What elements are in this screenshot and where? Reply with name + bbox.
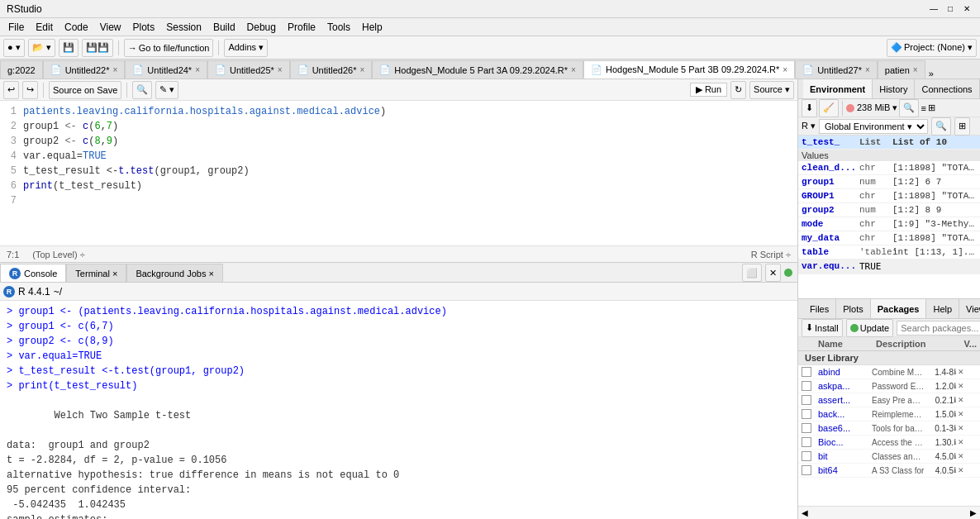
pkg-checkbox-bioc[interactable] [802, 437, 818, 447]
console-tab-background[interactable]: Background Jobs × [126, 264, 222, 282]
pkg-info-btn[interactable]: ℹ [954, 424, 956, 432]
menu-view[interactable]: View [95, 20, 126, 35]
env-object-row[interactable]: t_test_ List List of 10 [798, 136, 980, 150]
tab-untitled26[interactable]: 📄 Untitled26* × [290, 60, 373, 79]
pkg-name[interactable]: askpa... [818, 381, 872, 391]
scroll-right-btn[interactable]: ▶ [970, 508, 977, 517]
packages-search-input[interactable] [897, 321, 980, 336]
scroll-left-btn[interactable]: ◀ [802, 508, 808, 517]
env-list-btn[interactable]: ≡ [921, 103, 925, 113]
pkg-checkbox-base6[interactable] [802, 423, 818, 433]
console-close-button[interactable]: ✕ [765, 264, 781, 282]
pkg-info-btn[interactable]: ℹ [954, 466, 956, 474]
console-tab-console[interactable]: R Console [0, 264, 66, 282]
maximize-button[interactable]: □ [944, 2, 957, 16]
new-file-button[interactable]: ● ▾ [3, 39, 25, 57]
pkg-checkbox-bit[interactable] [802, 451, 818, 461]
console-content[interactable]: > group1 <- (patients.leaving.california… [0, 301, 797, 519]
pkg-checkbox-askpa[interactable] [802, 381, 818, 391]
pkg-delete-btn[interactable]: ✕ [958, 424, 964, 432]
pkg-name[interactable]: abind [818, 367, 872, 377]
pkg-delete-btn[interactable]: ✕ [958, 410, 964, 418]
env-var-varequal[interactable]: var.equ... TRUE [798, 260, 980, 274]
pkg-info-btn[interactable]: ℹ [954, 452, 956, 460]
console-maximize-button[interactable]: ⬜ [742, 264, 762, 282]
env-search-field-btn[interactable]: 🔍 [931, 117, 951, 136]
tab-patien[interactable]: patien × [878, 60, 925, 79]
tab-untitled25[interactable]: 📄 Untitled25* × [207, 60, 290, 79]
env-tab-history[interactable]: History [873, 79, 915, 98]
source-button[interactable]: Source ▾ [749, 81, 794, 99]
tab-hodges3a[interactable]: 📄 HodgesN_Module 5 Part 3A 09.29.2024.R*… [372, 60, 583, 79]
code-content[interactable]: patients.leaving.california.hospitals.ag… [23, 104, 794, 242]
more-tabs-button[interactable]: » [925, 69, 937, 79]
pkg-info-btn[interactable]: ℹ [954, 438, 956, 446]
pkg-delete-btn[interactable]: ✕ [958, 452, 964, 460]
tab-untitled22[interactable]: 📄 Untitled22* × [43, 60, 126, 79]
env-grid-btn[interactable]: ⊞ [928, 102, 935, 113]
pkg-name[interactable]: bit [818, 451, 872, 461]
save-button[interactable]: 💾 [59, 39, 78, 57]
menu-help[interactable]: Help [357, 20, 388, 35]
menu-edit[interactable]: Edit [31, 20, 58, 35]
files-tab-packages[interactable]: Packages [871, 299, 927, 318]
rerun-button[interactable]: ↻ [730, 81, 746, 99]
pkg-checkbox-assert[interactable] [802, 395, 818, 405]
env-var-table[interactable]: table 'table' int [1:13, 1]... [798, 245, 980, 260]
pkg-name[interactable]: back... [818, 409, 872, 419]
save-all-button[interactable]: 💾💾 [82, 39, 113, 57]
env-import-btn[interactable]: ⬇ [802, 99, 817, 117]
tab-close-patien[interactable]: × [913, 65, 918, 74]
tab-g2022[interactable]: g:2022 [0, 60, 43, 79]
tab-hodges3b[interactable]: 📄 HodgesN_Module 5 Part 3B 09.29.2024.R*… [583, 60, 795, 79]
tab-close-untitled25[interactable]: × [278, 65, 283, 74]
files-tab-help[interactable]: Help [926, 299, 959, 318]
open-file-button[interactable]: 📂 ▾ [28, 39, 55, 57]
run-button[interactable]: ▶ Run [690, 83, 727, 97]
pkg-checkbox-abind[interactable] [802, 367, 818, 377]
console-tab-terminal[interactable]: Terminal × [66, 264, 126, 282]
editor-code[interactable]: 1 2 3 4 5 6 7 patients.leaving.californi… [0, 101, 797, 245]
source-on-save-button[interactable]: Source on Save [49, 81, 121, 99]
tab-untitled27[interactable]: 📄 Untitled27* × [795, 60, 878, 79]
pkg-delete-btn[interactable]: ✕ [958, 396, 964, 404]
pkg-delete-btn[interactable]: ✕ [958, 382, 964, 390]
menu-file[interactable]: File [3, 20, 29, 35]
goto-button[interactable]: → Go to file/function [124, 39, 214, 57]
menu-code[interactable]: Code [59, 20, 93, 35]
tab-close-hodges3b[interactable]: × [783, 65, 787, 74]
env-broom-btn[interactable]: 🧹 [819, 99, 839, 117]
tab-untitled24[interactable]: 📄 Untitled24* × [125, 60, 207, 79]
env-var-group2[interactable]: group2 num [1:2] 8 9 [798, 203, 980, 217]
pkg-info-btn[interactable]: ℹ [954, 382, 956, 390]
tab-close-untitled24[interactable]: × [195, 65, 200, 74]
minimize-button[interactable]: — [927, 2, 940, 16]
tab-close-untitled22[interactable]: × [112, 65, 117, 74]
pkg-info-btn[interactable]: ℹ [954, 410, 956, 418]
env-expand-btn[interactable]: ⊞ [954, 117, 970, 136]
env-tab-environment[interactable]: Environment [803, 79, 873, 98]
files-tab-plots[interactable]: Plots [836, 299, 870, 318]
menu-debug[interactable]: Debug [242, 20, 281, 35]
code-tools-button[interactable]: ✎ ▾ [155, 81, 178, 99]
pkg-checkbox-bit64[interactable] [802, 465, 818, 475]
tab-close-hodges3a[interactable]: × [571, 65, 576, 74]
pkg-name[interactable]: assert... [818, 395, 872, 405]
menu-build[interactable]: Build [208, 20, 240, 35]
files-tab-viewer[interactable]: Viewer [959, 299, 980, 318]
tab-close-untitled26[interactable]: × [360, 65, 365, 74]
env-select[interactable]: Global Environment ▾ [819, 119, 928, 134]
files-tab-files[interactable]: Files [803, 299, 836, 318]
pkg-info-btn[interactable]: ℹ [954, 396, 956, 404]
update-button[interactable]: Update [846, 319, 893, 337]
env-var-GROUP1[interactable]: GROUP1 chr [1:1898] "TOTAL_N... [798, 189, 980, 203]
pkg-delete-btn[interactable]: ✕ [958, 368, 964, 376]
pkg-delete-btn[interactable]: ✕ [958, 466, 964, 474]
env-var-mode[interactable]: mode chr [1:9] "3-Methylcr... [798, 217, 980, 231]
env-var-mydata[interactable]: my_data chr [1:1898] "TOTAL_N... [798, 231, 980, 245]
menu-plots[interactable]: Plots [128, 20, 160, 35]
menu-profile[interactable]: Profile [283, 20, 321, 35]
menu-tools[interactable]: Tools [322, 20, 355, 35]
pkg-delete-btn[interactable]: ✕ [958, 438, 964, 446]
pkg-name[interactable]: Bioc... [818, 437, 872, 447]
